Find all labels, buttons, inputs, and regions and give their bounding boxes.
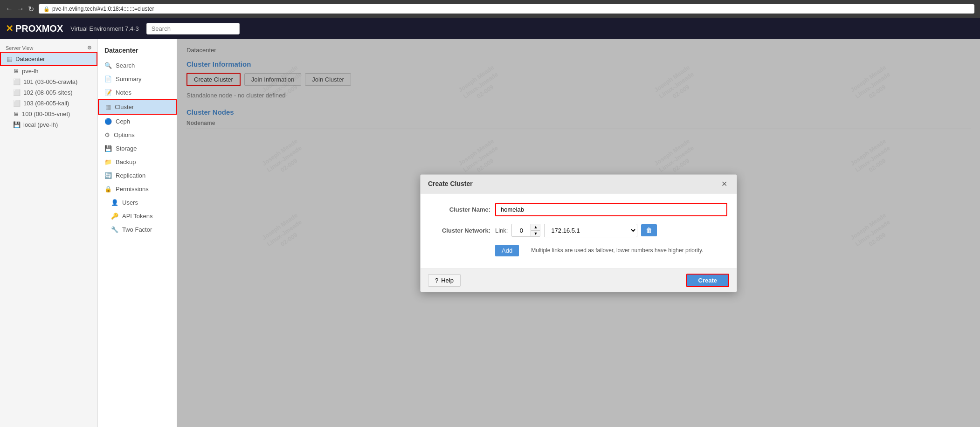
sidebar-item-local[interactable]: 💾 local (pve-lh): [0, 119, 97, 130]
forward-button[interactable]: →: [17, 5, 24, 13]
nav-users[interactable]: 👤 Users: [98, 196, 177, 209]
nav-cluster-label: Cluster: [115, 103, 134, 110]
browser-nav: ← → ↻: [6, 5, 34, 14]
cluster-nav-icon: ▦: [105, 103, 111, 110]
nav-backup[interactable]: 📁 Backup: [98, 155, 177, 169]
nav-backup-label: Backup: [116, 158, 136, 165]
nav-panel: Datacenter 🔍 Search 📄 Summary 📝 Notes ▦ …: [98, 39, 177, 427]
nav-ceph[interactable]: 🔵 Ceph: [98, 115, 177, 128]
app-subtitle: Virtual Environment 7.4-3: [70, 25, 138, 32]
nav-search[interactable]: 🔍 Search: [98, 59, 177, 72]
create-button[interactable]: Create: [686, 274, 729, 287]
search-nav-icon: 🔍: [104, 62, 112, 69]
dialog-body: Cluster Name: Cluster Network: Link: ▲ ▼: [421, 193, 737, 269]
dialog-hint: Multiple links are used as failover, low…: [531, 247, 703, 254]
logo-text: PROXMOX: [15, 23, 63, 34]
datacenter-icon: ▦: [7, 55, 13, 62]
sidebar-102-label: 102 (08-005-sites): [23, 89, 73, 96]
proxmox-logo: ✕ PROXMOX: [6, 23, 63, 34]
vm-icon-102: ⬜: [13, 89, 21, 96]
cluster-name-label: Cluster Name:: [430, 206, 490, 213]
refresh-button[interactable]: ↻: [28, 5, 34, 14]
nav-replication[interactable]: 🔄 Replication: [98, 169, 177, 182]
sidebar-101-label: 101 (03-005-crawla): [23, 78, 77, 85]
add-link-button[interactable]: Add: [495, 245, 519, 256]
dialog-footer: ? Help Create: [421, 269, 737, 292]
content-area: Joseph MeadeLinux-Jmeade02-009 Joseph Me…: [177, 39, 980, 427]
help-button[interactable]: ? Help: [428, 274, 461, 287]
storage-nav-icon: 💾: [104, 145, 112, 152]
url-text: pve-lh.evling.tech/#v1:0:18:4:::::::=clu…: [52, 6, 154, 12]
nav-replication-label: Replication: [116, 172, 145, 179]
nav-summary[interactable]: 📄 Summary: [98, 72, 177, 86]
nav-panel-title: Datacenter: [98, 43, 177, 59]
ip-address-select[interactable]: 172.16.5.1: [544, 224, 637, 237]
link-spinner: ▲ ▼: [511, 224, 540, 237]
dialog-overlay: Create Cluster ✕ Cluster Name: Cluster N…: [177, 39, 980, 427]
gear-icon[interactable]: ⚙: [87, 45, 92, 51]
nav-options[interactable]: ⚙ Options: [98, 128, 177, 142]
server-icon: 🖥: [13, 68, 19, 75]
nav-two-factor[interactable]: 🔧 Two Factor: [98, 223, 177, 236]
nav-storage-label: Storage: [116, 145, 137, 152]
address-bar[interactable]: 🔒 pve-lh.evling.tech/#v1:0:18:4:::::::=c…: [39, 4, 974, 14]
delete-link-button[interactable]: 🗑: [641, 224, 657, 236]
help-icon: ?: [435, 277, 438, 284]
sidebar-100-label: 100 (00-005-vnet): [22, 110, 70, 117]
sidebar-item-datacenter[interactable]: ▦ Datacenter: [0, 52, 97, 66]
options-nav-icon: ⚙: [104, 131, 110, 138]
cluster-name-row: Cluster Name:: [430, 203, 727, 216]
lock-icon: 🔒: [43, 6, 50, 12]
dialog-header: Create Cluster ✕: [421, 175, 737, 193]
vm-icon-100: 🖥: [13, 110, 19, 117]
nav-options-label: Options: [114, 131, 135, 138]
nav-summary-label: Summary: [116, 76, 142, 83]
help-label: Help: [441, 277, 454, 284]
nav-permissions[interactable]: 🔒 Permissions: [98, 182, 177, 196]
users-nav-icon: 👤: [111, 199, 118, 206]
nav-ceph-label: Ceph: [116, 118, 130, 125]
sidebar-pvelh-label: pve-lh: [22, 68, 38, 75]
search-input[interactable]: [146, 23, 240, 34]
nav-two-factor-label: Two Factor: [122, 226, 152, 233]
sidebar-item-103[interactable]: ⬜ 103 (08-005-kali): [0, 98, 97, 109]
nav-storage[interactable]: 💾 Storage: [98, 142, 177, 155]
link-spinner-up[interactable]: ▲: [531, 224, 540, 231]
nav-permissions-label: Permissions: [116, 186, 149, 193]
sidebar-item-100[interactable]: 🖥 100 (00-005-vnet): [0, 109, 97, 119]
dialog-close-button[interactable]: ✕: [719, 179, 729, 188]
sidebar-datacenter-label: Datacenter: [15, 55, 45, 62]
cluster-network-label: Cluster Network:: [430, 227, 490, 234]
nav-search-label: Search: [116, 62, 135, 69]
storage-icon: 💾: [13, 121, 21, 128]
permissions-nav-icon: 🔒: [104, 186, 112, 193]
sidebar-item-102[interactable]: ⬜ 102 (08-005-sites): [0, 87, 97, 98]
create-cluster-dialog: Create Cluster ✕ Cluster Name: Cluster N…: [420, 174, 737, 292]
link-spinner-down[interactable]: ▼: [531, 231, 540, 237]
sidebar-item-pvelh[interactable]: 🖥 pve-lh: [0, 66, 97, 76]
cluster-name-input[interactable]: [495, 203, 727, 216]
sidebar-103-label: 103 (08-005-kali): [23, 100, 69, 107]
browser-bar: ← → ↻ 🔒 pve-lh.evling.tech/#v1:0:18:4:::…: [0, 0, 980, 18]
add-row: Add Multiple links are used as failover,…: [430, 245, 727, 256]
nav-users-label: Users: [122, 199, 138, 206]
main-layout: Server View ⚙ ▦ Datacenter 🖥 pve-lh ⬜ 10…: [0, 39, 980, 427]
nav-notes-label: Notes: [116, 89, 131, 96]
nav-api-tokens[interactable]: 🔑 API Tokens: [98, 209, 177, 223]
nav-cluster[interactable]: ▦ Cluster: [98, 99, 177, 115]
two-factor-nav-icon: 🔧: [111, 226, 118, 233]
app-bar: ✕ PROXMOX Virtual Environment 7.4-3: [0, 18, 980, 39]
back-button[interactable]: ←: [6, 5, 13, 13]
sidebar-local-label: local (pve-lh): [23, 121, 58, 128]
api-tokens-nav-icon: 🔑: [111, 213, 118, 220]
backup-nav-icon: 📁: [104, 158, 112, 165]
nav-notes[interactable]: 📝 Notes: [98, 86, 177, 99]
vm-icon-101: ⬜: [13, 78, 21, 85]
sidebar-item-101[interactable]: ⬜ 101 (03-005-crawla): [0, 76, 97, 87]
server-view-label: Server View ⚙: [0, 43, 97, 52]
summary-nav-icon: 📄: [104, 76, 112, 83]
link-value-input[interactable]: [512, 225, 531, 236]
vm-icon-103: ⬜: [13, 100, 21, 107]
logo-x: ✕: [6, 23, 14, 34]
link-label: Link:: [495, 227, 508, 234]
